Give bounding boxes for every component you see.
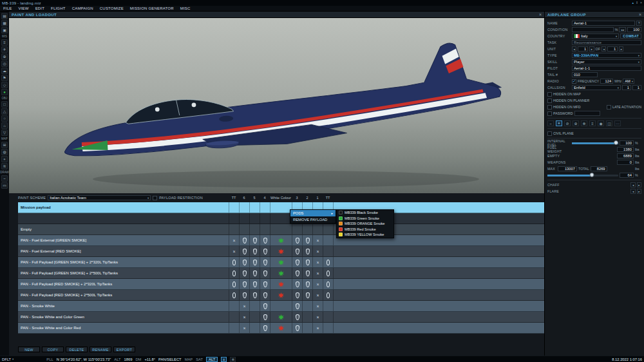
save-mission-icon[interactable]: ▣: [1, 27, 8, 33]
payload-row[interactable]: [18, 213, 544, 224]
hidden-on-map-checkbox[interactable]: [547, 92, 552, 97]
menu-item-misc[interactable]: MISC: [177, 6, 194, 10]
password-checkbox[interactable]: [547, 111, 552, 116]
payload-row[interactable]: PAN - Full Payload [GREEN SMOKE] + 2*500…: [18, 268, 544, 279]
route-mode-icon[interactable]: ~: [547, 120, 554, 126]
alt-toggle[interactable]: ALT: [206, 357, 218, 362]
pilot-input[interactable]: Aerial-1-1: [572, 66, 641, 71]
grid-view-icon[interactable]: ⊞: [230, 357, 236, 362]
menu-item-customize[interactable]: CUSTOMIZE: [97, 6, 127, 10]
summary-icon[interactable]: ≡: [589, 120, 596, 126]
arrow-right-icon[interactable]: ▸: [623, 28, 624, 32]
payload-row[interactable]: PAN - Smoke White××: [18, 301, 544, 312]
elevation-icon[interactable]: ≋: [1, 163, 8, 169]
button-export[interactable]: EXPORT: [113, 347, 135, 352]
button-delete[interactable]: DELETE: [66, 347, 88, 352]
profile-selector[interactable]: DFLT ▾: [2, 357, 14, 361]
add-waypoint-icon[interactable]: ⊕: [573, 120, 579, 126]
task-input[interactable]: Reconnaissance: [572, 40, 641, 45]
template-icon[interactable]: ◇: [1, 82, 8, 88]
flare-decrement-button[interactable]: ◂: [630, 189, 635, 194]
goal-icon[interactable]: ⚑: [1, 75, 8, 81]
paint-scheme-dropdown[interactable]: Italian Acrobatic Team ▾: [48, 195, 151, 200]
button-rename[interactable]: RENAME: [90, 347, 111, 352]
tail-number-input[interactable]: 010: [572, 72, 598, 77]
airbase-icon[interactable]: ⌂: [1, 122, 8, 129]
submenu-item-mb339-red-smoke[interactable]: MB339 Red Smoke: [337, 227, 393, 233]
menu-item-campaign[interactable]: CAMPAIGN: [69, 6, 97, 10]
payload-row[interactable]: PAN - Fuel External [RED SMOKE]××: [18, 246, 544, 257]
payload-row[interactable]: PAN - Fuel External [GREEN SMOKE]××: [18, 235, 544, 246]
unit-total[interactable]: 1: [607, 46, 618, 52]
button-copy[interactable]: COPY: [42, 347, 64, 352]
fuel-quantity-knob[interactable]: [590, 173, 594, 177]
context-menu-item-remove-payload[interactable]: REMOVE PAYLOAD: [290, 216, 336, 223]
fuel-quantity-value[interactable]: 64: [620, 173, 634, 178]
callsign-flight-number[interactable]: 1: [622, 85, 631, 90]
flare-increment-button[interactable]: ▸: [637, 189, 641, 194]
payload-row[interactable]: PAN - Full Payload [RED SMOKE] + 2*320L …: [18, 279, 544, 290]
name-input[interactable]: Aerial-1: [572, 21, 635, 26]
callsign-dropdown[interactable]: Enfield ▾: [572, 85, 621, 90]
active-unit-icon[interactable]: ●: [1, 89, 8, 95]
fuel-quantity-slider[interactable]: [547, 175, 618, 176]
grid-icon[interactable]: ⊞: [1, 142, 8, 148]
hidden-on-planner-checkbox[interactable]: [547, 99, 552, 103]
payload-icon[interactable]: ⊘: [564, 120, 571, 126]
targeting-icon[interactable]: ◉: [598, 120, 604, 126]
sat-button[interactable]: SAT: [196, 357, 203, 361]
internal-fuel-knob[interactable]: [614, 140, 618, 145]
menu-item-edit[interactable]: EDIT: [32, 6, 48, 10]
menu-item-view[interactable]: VIEW: [15, 6, 32, 10]
late-activation-checkbox[interactable]: [607, 105, 611, 110]
ship-group-icon[interactable]: ○: [1, 115, 8, 122]
password-input[interactable]: [574, 111, 600, 116]
close-icon[interactable]: ×: [639, 12, 641, 17]
modulation-dropdown[interactable]: AM ▾: [623, 79, 634, 84]
type-dropdown[interactable]: MB-339A/PAN ▾: [572, 53, 641, 58]
hidden-on-mfd-checkbox[interactable]: [547, 105, 552, 110]
farp-icon[interactable]: ▽: [1, 129, 8, 136]
submenu-item-mb339-green-smoke[interactable]: MB339 Green Smoke: [337, 216, 393, 222]
draw-line-icon[interactable]: ~: [1, 175, 8, 182]
frequency-input[interactable]: 124: [600, 79, 613, 84]
ruler-icon[interactable]: ⌖: [1, 156, 8, 162]
weather-icon[interactable]: ☁: [1, 68, 8, 74]
menu-item-flight[interactable]: FLIGHT: [48, 6, 69, 10]
condition-input[interactable]: [572, 27, 614, 32]
payload-row[interactable]: Empty: [18, 224, 544, 235]
open-mission-icon[interactable]: ▦: [1, 20, 8, 26]
close-icon[interactable]: ×: [539, 12, 542, 17]
vehicle-group-icon[interactable]: △: [1, 108, 8, 115]
condition-stepper[interactable]: ◂ ▸: [619, 27, 626, 32]
payload-row[interactable]: PAN - Smoke White and Color Red××: [18, 323, 544, 334]
menu-item-file[interactable]: FILE: [0, 6, 15, 10]
close-icon[interactable]: ×: [640, 1, 642, 5]
pause-icon[interactable]: ‖: [636, 1, 638, 5]
unit-total-decrement-button[interactable]: ◂: [601, 46, 606, 52]
chaff-decrement-button[interactable]: ◂: [630, 182, 635, 187]
static-object-icon[interactable]: □: [1, 101, 8, 108]
add-unit-icon[interactable]: ⊕: [1, 53, 8, 60]
submenu-item-mb339-yellow-smoke[interactable]: MB339 YELLOW Smoke: [337, 232, 393, 238]
delete-waypoint-icon[interactable]: ⊗: [581, 120, 587, 126]
unit-decrement-button[interactable]: ◂: [572, 46, 576, 52]
unit-increment-button[interactable]: ▸: [589, 46, 594, 52]
layers-icon[interactable]: ◍: [1, 149, 8, 155]
country-dropdown[interactable]: Italy ▾: [572, 33, 619, 39]
unit-total-increment-button[interactable]: ▸: [619, 46, 623, 52]
draw-shape-icon[interactable]: ▭: [1, 182, 8, 189]
more-icon[interactable]: ⋯: [614, 120, 621, 126]
model-viewport[interactable]: [9, 18, 544, 193]
payload-row[interactable]: PAN - Full Payload [RED SMOKE] + 2*500L …: [18, 290, 544, 301]
combat-button[interactable]: COMBAT: [620, 33, 641, 39]
payload-row[interactable]: PAN - Full Payload [GREEN SMOKE] + 2*320…: [18, 257, 544, 268]
context-menu-item-pods[interactable]: PODS▸: [290, 210, 336, 216]
skill-dropdown[interactable]: Player ▾: [572, 59, 641, 64]
submenu-item-mb339-orange-smoke[interactable]: MB339 ORANGE Smoke: [337, 221, 393, 227]
condition-value[interactable]: 100: [627, 27, 641, 32]
help-button[interactable]: ?: [636, 21, 641, 26]
civil-plane-checkbox[interactable]: [547, 131, 552, 136]
submenu-item-mb339-black-smoke[interactable]: MB339 Black Smoke: [337, 210, 393, 216]
internal-fuel-value[interactable]: 100: [620, 140, 634, 146]
